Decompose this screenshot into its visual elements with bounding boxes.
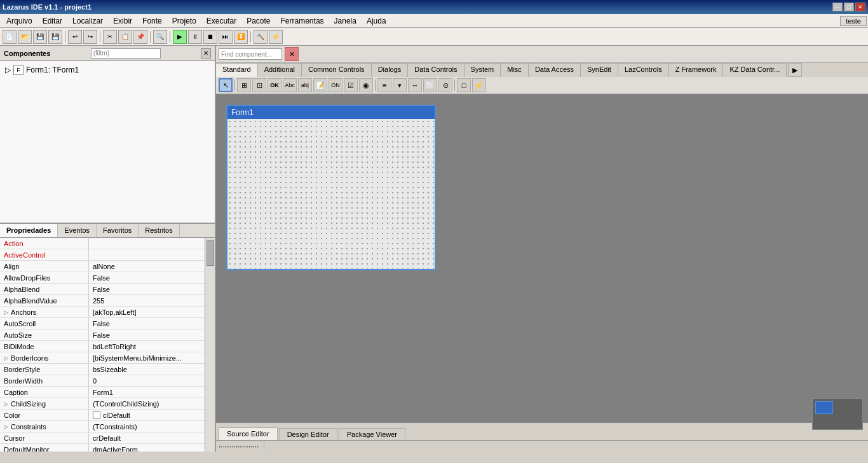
menu-fonte[interactable]: Fonte bbox=[137, 14, 167, 27]
tab-scroll-right[interactable]: ▶ bbox=[788, 63, 802, 77]
actionlist-btn[interactable]: ⚡ bbox=[472, 78, 486, 92]
save-all-button[interactable]: 💾 bbox=[48, 30, 62, 44]
find-component-input[interactable] bbox=[219, 48, 282, 60]
find-button[interactable]: 🔍 bbox=[153, 30, 167, 44]
step-button[interactable]: ⏭ bbox=[219, 30, 233, 44]
stop-button[interactable]: ⏹ bbox=[203, 30, 217, 44]
maximize-button[interactable]: □ bbox=[844, 3, 854, 11]
menu-editar[interactable]: Editar bbox=[37, 14, 67, 27]
anchors-expand[interactable]: ▷ bbox=[4, 309, 8, 315]
prop-value-bordericons[interactable]: [biSystemMenu,biMinimize... bbox=[89, 352, 205, 363]
tab-design-editor[interactable]: Design Editor bbox=[279, 428, 337, 440]
button-btn[interactable]: OK bbox=[268, 78, 281, 92]
childsizing-expand[interactable]: ▷ bbox=[4, 401, 8, 407]
bordericons-expand[interactable]: ▷ bbox=[4, 355, 8, 361]
compile-button[interactable]: ⚡ bbox=[269, 30, 283, 44]
save-button[interactable]: 💾 bbox=[33, 30, 47, 44]
filter-close-button[interactable]: ✕ bbox=[201, 48, 211, 59]
tab-package-viewer[interactable]: Package Viewer bbox=[339, 428, 405, 440]
prop-value-anchors[interactable]: [akTop,akLeft] bbox=[89, 307, 205, 317]
filter-input[interactable] bbox=[91, 48, 161, 59]
paste-button[interactable]: 📌 bbox=[133, 30, 147, 44]
prop-value-alphablend[interactable]: False bbox=[89, 284, 205, 294]
prop-value-action[interactable] bbox=[89, 238, 205, 249]
menu-executar[interactable]: Executar bbox=[201, 14, 241, 27]
tab-favoritos[interactable]: Favoritos bbox=[97, 224, 139, 237]
menu-pacote[interactable]: Pacote bbox=[241, 14, 275, 27]
step-over-button[interactable]: ⏬ bbox=[234, 30, 248, 44]
prop-value-allowdropfiles[interactable]: False bbox=[89, 272, 205, 283]
tab-propriedades[interactable]: Propriedades bbox=[0, 224, 58, 237]
scrollbar-thumb[interactable] bbox=[207, 240, 214, 266]
combo-btn[interactable]: ▾ bbox=[393, 78, 407, 92]
menu-projeto[interactable]: Projeto bbox=[167, 14, 201, 27]
tab-data-access[interactable]: Data Access bbox=[529, 63, 581, 77]
tab-standard[interactable]: Standard bbox=[216, 63, 258, 77]
prop-value-autoscroll[interactable]: False bbox=[89, 318, 205, 329]
form-design-area[interactable]: Form1 bbox=[216, 95, 868, 422]
scrollbox-btn[interactable]: ⊡ bbox=[252, 78, 266, 92]
menu-arquivo[interactable]: Arquivo bbox=[1, 14, 37, 27]
open-button[interactable]: 📂 bbox=[18, 30, 32, 44]
prop-value-constraints[interactable]: (TConstraints) bbox=[89, 421, 205, 432]
tab-eventos[interactable]: Eventos bbox=[58, 224, 97, 237]
prop-value-bidimode[interactable]: bdLeftToRight bbox=[89, 341, 205, 352]
prop-value-childsizing[interactable]: (TControlChildSizing) bbox=[89, 398, 205, 409]
tab-kz-data[interactable]: KZ Data Contr... bbox=[723, 63, 787, 77]
prop-value-autosize[interactable]: False bbox=[89, 329, 205, 340]
menu-ajuda[interactable]: Ajuda bbox=[362, 14, 391, 27]
tab-synedit[interactable]: SynEdit bbox=[581, 63, 618, 77]
pointer-tool[interactable]: ↖ bbox=[219, 78, 233, 92]
copy-button[interactable]: 📋 bbox=[118, 30, 132, 44]
pause-button[interactable]: ⏸ bbox=[188, 30, 202, 44]
togglebtn[interactable]: ON bbox=[329, 78, 342, 92]
groupbox-btn[interactable]: ⬜ bbox=[423, 78, 437, 92]
properties-scrollbar[interactable] bbox=[205, 238, 215, 452]
redo-button[interactable]: ↪ bbox=[83, 30, 97, 44]
find-close-button[interactable]: ✕ bbox=[285, 47, 299, 61]
tab-data-controls[interactable]: Data Controls bbox=[408, 63, 464, 77]
menu-janela[interactable]: Janela bbox=[329, 14, 362, 27]
new-button[interactable]: 📄 bbox=[3, 30, 17, 44]
prop-value-alphablendvalue[interactable]: 255 bbox=[89, 295, 205, 306]
undo-button[interactable]: ↩ bbox=[68, 30, 82, 44]
prop-value-color[interactable]: clDefault bbox=[89, 410, 205, 420]
tab-z-framework[interactable]: Z Framework bbox=[669, 63, 724, 77]
tab-dialogs[interactable]: Dialogs bbox=[372, 63, 409, 77]
teste-button[interactable]: teste bbox=[840, 16, 867, 26]
run-button[interactable]: ▶ bbox=[173, 30, 187, 44]
design-form[interactable]: Form1 bbox=[226, 105, 436, 270]
close-button[interactable]: ✕ bbox=[855, 3, 865, 11]
tab-system[interactable]: System bbox=[465, 63, 501, 77]
scrollbar-btn[interactable]: ↔ bbox=[408, 78, 422, 92]
tree-item-form1[interactable]: ▷ F Form1: TForm1 bbox=[3, 64, 212, 76]
edit-btn[interactable]: ab| bbox=[298, 78, 312, 92]
tab-common-controls[interactable]: Common Controls bbox=[302, 63, 372, 77]
constraints-expand[interactable]: ▷ bbox=[4, 424, 8, 430]
tab-restritos[interactable]: Restritos bbox=[139, 224, 179, 237]
tab-additional[interactable]: Additional bbox=[258, 63, 302, 77]
prop-value-borderwidth[interactable]: 0 bbox=[89, 375, 205, 386]
cut-button[interactable]: ✂ bbox=[103, 30, 117, 44]
prop-value-caption[interactable]: Form1 bbox=[89, 387, 205, 397]
menu-localizar[interactable]: Localizar bbox=[67, 14, 108, 27]
menu-exibir[interactable]: Exibir bbox=[108, 14, 137, 27]
memo-btn[interactable]: 📝 bbox=[313, 78, 327, 92]
radio-btn[interactable]: ◉ bbox=[359, 78, 373, 92]
prop-value-align[interactable]: alNone bbox=[89, 261, 205, 272]
prop-value-borderstyle[interactable]: bsSizeable bbox=[89, 364, 205, 375]
form-content[interactable] bbox=[227, 119, 435, 269]
prop-value-activecontrol[interactable] bbox=[89, 249, 205, 260]
tab-lazcontrols[interactable]: LazControls bbox=[618, 63, 669, 77]
listbox-btn[interactable]: ≡ bbox=[377, 78, 391, 92]
build-button[interactable]: 🔨 bbox=[254, 30, 268, 44]
menu-ferramentas[interactable]: Ferramentas bbox=[276, 14, 329, 27]
label-btn[interactable]: Abc bbox=[283, 78, 297, 92]
prop-value-defaultmonitor[interactable]: dmActiveForm bbox=[89, 444, 205, 452]
panel-btn[interactable]: □ bbox=[457, 78, 471, 92]
tab-source-editor[interactable]: Source Editor bbox=[219, 427, 278, 440]
prop-value-cursor[interactable]: crDefault bbox=[89, 432, 205, 443]
minimize-button[interactable]: ─ bbox=[832, 3, 843, 11]
checkbox-btn[interactable]: ☑ bbox=[344, 78, 358, 92]
tab-misc[interactable]: Misc bbox=[501, 63, 529, 77]
